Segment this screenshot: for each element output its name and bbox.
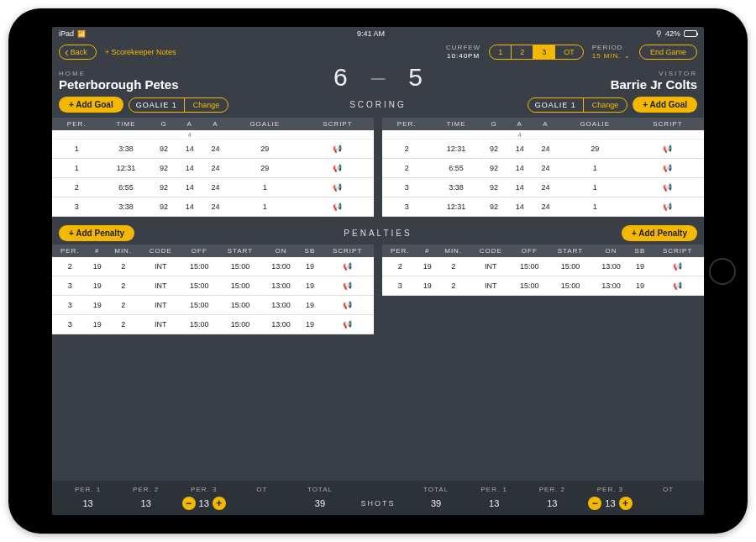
shots-values: 13 13 − 13 + 39 SHOTS 39 13 13 − 13 +	[59, 493, 697, 510]
scoring-title: SCORING	[234, 100, 522, 109]
table-row[interactable]: 33:389214241📢	[382, 178, 704, 197]
home-label: HOME	[59, 70, 322, 77]
penalties-controls: Add Penalty PENALTIES Add Penalty	[52, 222, 704, 245]
scorekeeper-notes-link[interactable]: + Scorekeeper Notes	[105, 48, 176, 56]
table-row[interactable]: 3192INT15:0015:0013:0019📢	[52, 315, 374, 334]
status-bar: iPad 9:41 AM ⚲ 42%	[52, 27, 704, 40]
home-score: 6	[322, 63, 360, 92]
add-penalty-away-button[interactable]: Add Penalty	[622, 225, 697, 241]
goalie-away-box: GOALIE 1 Change	[528, 97, 628, 113]
megaphone-icon[interactable]: 📢	[663, 183, 672, 192]
scoring-tables: PER.TIMEGAAGOALIESCRIPT413:3892142429📢11…	[52, 118, 704, 222]
goalie-home-label: GOALIE 1	[129, 98, 185, 112]
scoring-home-table[interactable]: PER.TIMEGAAGOALIESCRIPT413:3892142429📢11…	[52, 118, 374, 217]
table-row[interactable]: 112:3192142429📢	[52, 159, 374, 178]
scoring-controls: Add Goal GOALIE 1 Change SCORING GOALIE …	[52, 97, 704, 118]
megaphone-icon[interactable]: 📢	[343, 262, 352, 271]
table-row[interactable]: 26:559214241📢	[382, 159, 704, 178]
shots-home-p2[interactable]: 13	[117, 498, 175, 508]
period-btn-2[interactable]: 2	[512, 45, 533, 59]
megaphone-icon[interactable]: 📢	[663, 145, 672, 153]
table-row[interactable]: 33:389214241📢	[52, 197, 374, 217]
minus-button[interactable]: −	[588, 497, 601, 510]
period-selector[interactable]: 123OT	[489, 45, 584, 60]
megaphone-icon[interactable]: 📢	[663, 203, 672, 211]
shots-home-p1[interactable]: 13	[59, 498, 117, 508]
battery-icon	[684, 30, 697, 37]
table-row[interactable]: 312:319214241📢	[382, 197, 704, 217]
back-button[interactable]: Back	[59, 45, 97, 60]
add-goal-home-button[interactable]: Add Goal	[59, 97, 123, 113]
status-time: 9:41 AM	[357, 29, 385, 38]
table-row[interactable]: 26:559214241📢	[52, 178, 374, 197]
megaphone-icon[interactable]: 📢	[343, 301, 352, 309]
top-bar: Back + Scorekeeper Notes CURFEW 10:40PM …	[52, 40, 704, 63]
table-row[interactable]: 13:3892142429📢	[52, 139, 374, 159]
goalie-home-change-button[interactable]: Change	[185, 98, 228, 112]
end-game-button[interactable]: End Game	[639, 45, 697, 60]
away-score: 5	[396, 63, 434, 92]
plus-button[interactable]: +	[213, 497, 226, 510]
megaphone-icon[interactable]: 📢	[673, 262, 682, 271]
shots-bar: PER. 1PER. 2PER. 3OTTOTALTOTALPER. 1PER.…	[52, 481, 704, 515]
ipad-frame: iPad 9:41 AM ⚲ 42% Back + Scorekeeper No…	[8, 8, 748, 534]
device-label: iPad	[59, 29, 74, 38]
add-penalty-home-button[interactable]: Add Penalty	[59, 225, 134, 241]
battery-label: 42%	[665, 29, 680, 38]
wifi-icon	[77, 29, 86, 38]
visitor-team-name: Barrie Jr Colts	[434, 77, 697, 92]
shots-away-p3-stepper: − 13 +	[581, 497, 639, 510]
penalties-home-table[interactable]: PER.#MIN.CODEOFFSTARTONSBSCRIPT2192INT15…	[52, 245, 374, 334]
period-length-selector[interactable]: PERIOD 15 MIN.	[592, 44, 631, 60]
shots-away-p1[interactable]: 13	[465, 498, 523, 508]
megaphone-icon[interactable]: 📢	[673, 282, 682, 290]
plus-button[interactable]: +	[619, 497, 633, 510]
table-row[interactable]: 3192INT15:0015:0013:0019📢	[52, 276, 374, 296]
goalie-home-box: GOALIE 1 Change	[129, 97, 229, 113]
bluetooth-icon: ⚲	[656, 29, 662, 38]
table-row[interactable]: 212:3192142429📢	[382, 139, 704, 159]
score-row: HOME Peterborough Petes 6 – 5 VISITOR Ba…	[52, 63, 704, 97]
megaphone-icon[interactable]: 📢	[333, 164, 342, 172]
shots-home-p3-stepper: − 13 +	[175, 497, 233, 510]
megaphone-icon[interactable]: 📢	[343, 320, 352, 329]
shots-away-total: 39	[407, 498, 465, 508]
score-separator: –	[360, 63, 397, 92]
shots-headers: PER. 1PER. 2PER. 3OTTOTALTOTALPER. 1PER.…	[59, 486, 697, 493]
scoring-away-table[interactable]: PER.TIMEGAAGOALIESCRIPT4212:3192142429📢2…	[382, 118, 704, 217]
table-row[interactable]: 3192INT15:0015:0013:0019📢	[382, 276, 704, 296]
table-row[interactable]: 3192INT15:0015:0013:0019📢	[52, 296, 374, 315]
goalie-away-label: GOALIE 1	[528, 98, 584, 112]
app-screen: iPad 9:41 AM ⚲ 42% Back + Scorekeeper No…	[52, 27, 704, 515]
penalties-title: PENALTIES	[134, 229, 622, 238]
period-btn-3[interactable]: 3	[533, 45, 555, 59]
visitor-label: VISITOR	[434, 70, 697, 77]
add-goal-away-button[interactable]: Add Goal	[633, 97, 697, 113]
minus-button[interactable]: −	[182, 497, 196, 510]
megaphone-icon[interactable]: 📢	[343, 282, 352, 290]
period-btn-OT[interactable]: OT	[555, 45, 583, 59]
shots-away-p2[interactable]: 13	[523, 498, 581, 508]
shots-label: SHOTS	[349, 499, 407, 508]
megaphone-icon[interactable]: 📢	[333, 183, 342, 192]
curfew-display: CURFEW 10:40PM	[446, 44, 480, 60]
megaphone-icon[interactable]: 📢	[333, 145, 342, 153]
goalie-away-change-button[interactable]: Change	[584, 98, 627, 112]
megaphone-icon[interactable]: 📢	[663, 164, 672, 172]
period-btn-1[interactable]: 1	[490, 45, 512, 59]
table-row[interactable]: 2192INT15:0015:0013:0019📢	[382, 257, 704, 276]
ipad-home-button[interactable]	[709, 258, 736, 285]
penalties-tables: PER.#MIN.CODEOFFSTARTONSBSCRIPT2192INT15…	[52, 245, 704, 339]
table-row[interactable]: 2192INT15:0015:0013:0019📢	[52, 257, 374, 276]
megaphone-icon[interactable]: 📢	[333, 203, 342, 211]
shots-home-total: 39	[291, 498, 349, 508]
penalties-away-table[interactable]: PER.#MIN.CODEOFFSTARTONSBSCRIPT2192INT15…	[382, 245, 704, 296]
home-team-name: Peterborough Petes	[59, 77, 322, 92]
